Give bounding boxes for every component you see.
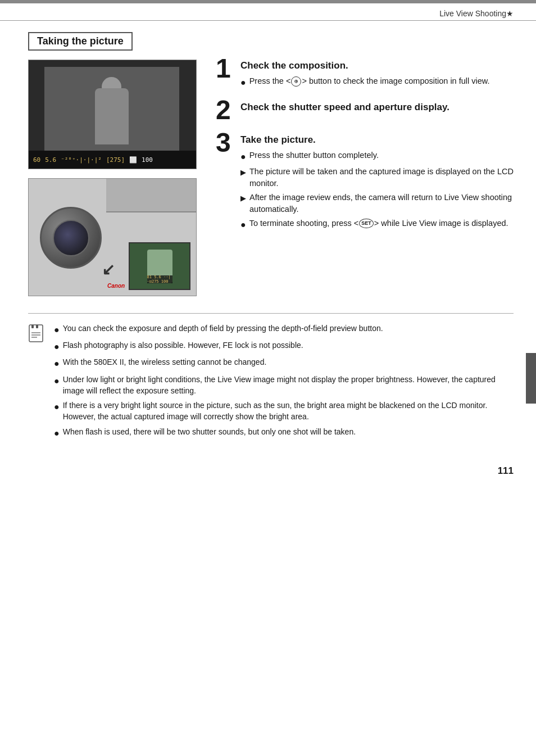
subject-silhouette (95, 88, 129, 144)
bullet-dot-2-icon: ● (240, 218, 246, 231)
set-button-icon: SET (359, 219, 374, 228)
step-3-bullet-2: ▶ The picture will be taken and the capt… (240, 166, 514, 189)
note-item-2: ● Flash photography is also possible. Ho… (54, 339, 514, 353)
page-number: 111 (0, 460, 536, 482)
step-2-title: Check the shutter speed and aperture dis… (240, 101, 514, 114)
note-dot-6-icon: ● (54, 427, 60, 440)
note-dot-3-icon: ● (54, 357, 60, 370)
note-item-1: ● You can check the exposure and depth o… (54, 323, 514, 336)
step-2: 2 Check the shutter speed and aperture d… (216, 101, 514, 124)
step-2-number: 2 (216, 97, 240, 124)
note-svg-icon (28, 324, 46, 344)
aperture-value: 5.6 (45, 156, 56, 164)
step-1-bullet-1-text: Press the <⊕> button to check the image … (249, 75, 490, 87)
shutter-value: 60 (33, 156, 40, 164)
two-column-layout: 60 5.6 ⁻²⁰⁺·|·|·|² [275] ⬜ 100 (28, 60, 514, 296)
note-1-text: You can check the exposure and depth of … (63, 323, 383, 334)
step-3-number: 3 (216, 129, 240, 156)
note-dot-2-icon: ● (54, 340, 60, 353)
bullet-arrow-2-icon: ▶ (240, 193, 246, 204)
step-1-number: 1 (216, 55, 240, 82)
camera-top-grip (106, 179, 196, 212)
notes-list: ● You can check the exposure and depth o… (54, 323, 514, 440)
note-item-3: ● With the 580EX II, the wireless settin… (54, 356, 514, 370)
sidebar-tab (526, 353, 536, 404)
camera-image-bottom: ↙ Canon 81 5.6 ··|·⊡275 100 (28, 178, 197, 296)
note-item-6: ● When flash is used, there will be two … (54, 426, 514, 440)
main-content: Taking the picture 60 5.6 ⁻²⁰⁺·|·|·|² (0, 21, 536, 454)
bullet-dot-icon: ● (240, 76, 246, 89)
note-6-text: When flash is used, there will be two sh… (63, 426, 356, 437)
step-3-bullet-2-text: The picture will be taken and the captur… (249, 166, 514, 189)
lcd-status-text: 81 5.6 ··|·⊡275 100 (147, 275, 172, 284)
step-3-title: Take the picture. (240, 134, 514, 146)
magnify-icon: ⊕ (291, 76, 301, 87)
lens-inner (53, 220, 89, 256)
lcd-subject-display: 81 5.6 ··|·⊡275 100 (147, 250, 172, 283)
section-title: Taking the picture (28, 32, 133, 51)
arrow-indicator: ↙ (102, 260, 115, 279)
canon-label: Canon (107, 283, 125, 289)
note-4-text: Under low light or bright light conditio… (63, 374, 514, 397)
status-bar-top-image: 60 5.6 ⁻²⁰⁺·|·|·|² [275] ⬜ 100 (29, 151, 196, 169)
note-5-text: If there is a very bright light source i… (63, 400, 514, 423)
note-2-text: Flash photography is also possible. Howe… (63, 339, 303, 351)
left-column: 60 5.6 ⁻²⁰⁺·|·|·|² [275] ⬜ 100 (28, 60, 202, 296)
step-1: 1 Check the composition. ● Press the <⊕>… (216, 60, 514, 91)
note-dot-5-icon: ● (54, 400, 60, 413)
step-1-content: Check the composition. ● Press the <⊕> b… (240, 60, 514, 91)
step-1-bullets: ● Press the <⊕> button to check the imag… (240, 75, 514, 89)
lcd-status-bar: 81 5.6 ··|·⊡275 100 (147, 275, 172, 283)
shot-count: 100 (142, 156, 153, 164)
camera-body: ↙ Canon 81 5.6 ··|·⊡275 100 (29, 179, 196, 296)
camera-screen-top (44, 67, 179, 154)
bullet-dot-1-icon: ● (240, 150, 246, 163)
svg-rect-2 (36, 325, 38, 328)
note-item-5: ● If there is a very bright light source… (54, 400, 514, 423)
iso-icon: ⬜ (129, 156, 137, 164)
step-3-bullet-1-text: Press the shutter button completely. (249, 150, 379, 161)
exposure-scale: ⁻²⁰⁺·|·|·|² (61, 156, 102, 164)
step-2-content: Check the shutter speed and aperture dis… (240, 101, 514, 117)
lcd-screen: 81 5.6 ··|·⊡275 100 (129, 242, 190, 290)
step-3-bullet-1: ● Press the shutter button completely. (240, 150, 514, 163)
note-content: ● You can check the exposure and depth o… (54, 323, 514, 443)
right-column: 1 Check the composition. ● Press the <⊕>… (216, 60, 514, 243)
bracket-value: [275] (106, 156, 125, 164)
step-3-bullet-3: ▶ After the image review ends, the camer… (240, 192, 514, 215)
step-3-bullets: ● Press the shutter button completely. ▶… (240, 150, 514, 230)
header-star: ★ (506, 9, 514, 18)
step-3-bullet-4: ● To terminate shooting, press <SET> whi… (240, 218, 514, 231)
step-3: 3 Take the picture. ● Press the shutter … (216, 134, 514, 233)
note-dot-4-icon: ● (54, 374, 60, 387)
camera-image-top: 60 5.6 ⁻²⁰⁺·|·|·|² [275] ⬜ 100 (28, 60, 197, 169)
step-3-bullet-3-text: After the image review ends, the camera … (249, 192, 514, 215)
svg-rect-1 (31, 325, 34, 328)
lens-outer (40, 207, 102, 269)
header-title: Live View Shooting★ (0, 3, 536, 21)
step-3-bullet-4-text: To terminate shooting, press <SET> while… (249, 218, 508, 229)
note-icon (28, 324, 46, 344)
note-item-4: ● Under low light or bright light condit… (54, 374, 514, 397)
step-1-bullet-1: ● Press the <⊕> button to check the imag… (240, 75, 514, 89)
note-section: ● You can check the exposure and depth o… (28, 313, 514, 443)
note-dot-1-icon: ● (54, 323, 60, 336)
note-3-text: With the 580EX II, the wireless setting … (63, 356, 267, 368)
bullet-arrow-1-icon: ▶ (240, 168, 246, 178)
header-title-text: Live View Shooting (439, 9, 506, 18)
step-1-title: Check the composition. (240, 60, 514, 72)
step-3-content: Take the picture. ● Press the shutter bu… (240, 134, 514, 233)
